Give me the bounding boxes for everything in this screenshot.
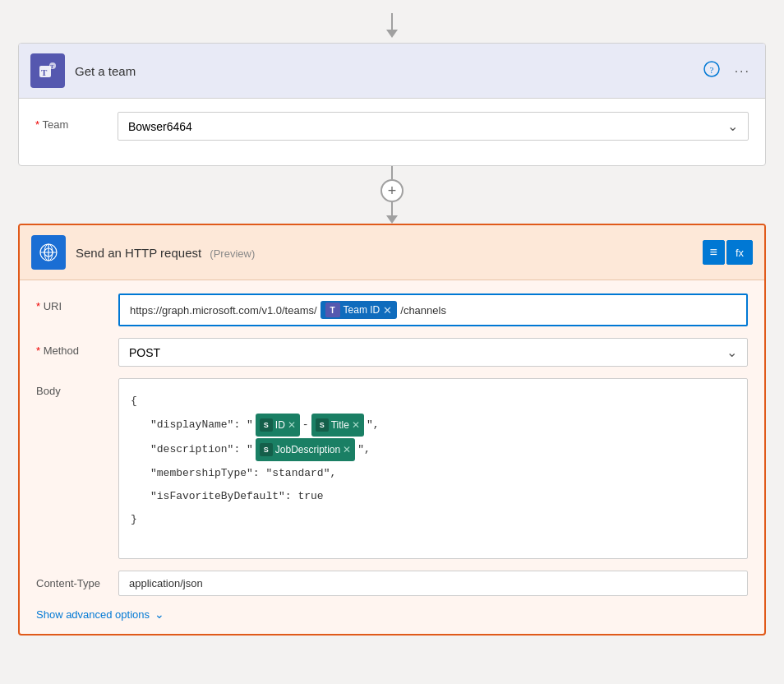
help-button[interactable]: ? — [700, 58, 723, 85]
team-value: Bowser6464 — [128, 120, 192, 133]
show-advanced-label: Show advanced options — [36, 608, 150, 621]
http-title-main: Send an HTTP request — [76, 246, 201, 260]
team-id-token-label: Team ID — [344, 304, 380, 316]
http-request-header: Send an HTTP request (Preview) ≡ fx — [20, 225, 764, 280]
open-brace: { — [131, 391, 137, 412]
job-desc-token-remove-icon[interactable]: ✕ — [343, 440, 351, 460]
uri-prefix-text: https://graph.microsoft.com/v1.0/teams/ — [130, 304, 317, 317]
http-title: Send an HTTP request (Preview) — [76, 246, 703, 260]
http-toolbar: ≡ fx — [703, 240, 753, 265]
job-desc-token[interactable]: S JobDescription ✕ — [256, 438, 355, 461]
content-type-value: application/json — [129, 577, 203, 589]
title-token-remove-icon[interactable]: ✕ — [352, 415, 360, 435]
method-dropdown[interactable]: POST ⌄ — [118, 338, 748, 367]
favorite-default-text: "isFavoriteByDefault": true — [150, 486, 324, 507]
content-type-control: application/json — [118, 571, 748, 596]
membership-type-text: "membershipType": "standard", — [150, 463, 336, 484]
show-advanced-button[interactable]: Show advanced options ⌄ — [36, 608, 748, 621]
title-token[interactable]: S Title ✕ — [311, 414, 364, 437]
content-type-field-row: Content-Type application/json — [36, 571, 748, 596]
body-sep: - — [302, 414, 309, 436]
add-step-button[interactable]: + — [380, 179, 404, 202]
method-label: Method — [36, 338, 118, 357]
teams-icon: T T — [30, 53, 65, 88]
body-field-row: Body { "displayName": " S ID ✕ — [36, 378, 748, 559]
uri-input[interactable]: https://graph.microsoft.com/v1.0/teams/ … — [118, 293, 748, 326]
body-line1-suffix: ", — [367, 414, 380, 436]
http-icon — [31, 235, 66, 270]
title-token-label: Title — [331, 415, 349, 435]
job-desc-token-label: JobDescription — [275, 440, 340, 460]
uri-field-row: URI https://graph.microsoft.com/v1.0/tea… — [36, 293, 748, 326]
team-chevron-icon: ⌄ — [727, 118, 738, 134]
method-value: POST — [129, 346, 160, 359]
team-id-token[interactable]: T Team ID ✕ — [321, 301, 398, 319]
get-team-body: Team Bowser6464 ⌄ — [19, 99, 765, 165]
uri-suffix-text: /channels — [400, 304, 446, 317]
method-chevron-icon: ⌄ — [726, 344, 737, 360]
close-brace: } — [131, 509, 137, 530]
body-label: Body — [36, 378, 118, 397]
id-token-icon: S — [260, 418, 273, 432]
uri-label: URI — [36, 293, 118, 312]
more-options-button[interactable]: ··· — [731, 59, 754, 83]
content-type-input[interactable]: application/json — [118, 571, 748, 596]
body-line2: "description": " S JobDescription ✕ ", — [150, 438, 736, 461]
team-id-remove-icon[interactable]: ✕ — [383, 304, 392, 317]
team-control: Bowser6464 ⌄ — [118, 112, 749, 141]
title-token-icon: S — [316, 418, 329, 432]
card-actions: ? ··· — [700, 58, 754, 85]
id-token[interactable]: S ID ✕ — [256, 414, 300, 437]
team-label: Team — [35, 112, 118, 131]
body-line2-suffix: ", — [357, 439, 371, 460]
list-view-button[interactable]: ≡ — [703, 240, 725, 265]
body-display-name-prefix: "displayName": " — [150, 414, 253, 436]
content-type-label: Content-Type — [36, 571, 118, 589]
team-field-row: Team Bowser6464 ⌄ — [35, 112, 749, 141]
body-line1: "displayName": " S ID ✕ - S Title ✕ — [150, 414, 736, 437]
get-team-card: T T Get a team ? ··· Team — [18, 43, 766, 166]
body-control: { "displayName": " S ID ✕ - S — [118, 378, 748, 559]
id-token-remove-icon[interactable]: ✕ — [288, 415, 296, 435]
body-line4: "isFavoriteByDefault": true — [150, 486, 736, 507]
show-advanced-chevron-icon: ⌄ — [154, 608, 164, 621]
body-description-prefix: "description": " — [150, 439, 253, 460]
svg-text:T: T — [50, 63, 54, 70]
http-title-suffix: (Preview) — [210, 247, 255, 260]
team-dropdown[interactable]: Bowser6464 ⌄ — [118, 112, 749, 141]
svg-text:?: ? — [709, 64, 713, 74]
fx-label: fx — [736, 247, 744, 259]
job-desc-token-icon: S — [260, 443, 273, 456]
body-open-brace-line: { — [131, 391, 736, 412]
method-field-row: Method POST ⌄ — [36, 338, 748, 367]
plus-connector: + — [380, 166, 404, 224]
get-team-title: Get a team — [75, 64, 700, 78]
method-control: POST ⌄ — [118, 338, 748, 367]
http-request-card: Send an HTTP request (Preview) ≡ fx URI … — [18, 224, 766, 635]
svg-text:T: T — [41, 67, 48, 77]
get-team-header: T T Get a team ? ··· — [19, 44, 765, 99]
http-card-body: URI https://graph.microsoft.com/v1.0/tea… — [20, 280, 764, 634]
token-teams-icon: T — [325, 303, 340, 317]
top-connector — [386, 13, 398, 38]
id-token-label: ID — [275, 415, 285, 435]
body-close-brace-line: } — [131, 509, 736, 530]
body-line3: "membershipType": "standard", — [150, 463, 736, 484]
fx-button[interactable]: fx — [726, 240, 753, 265]
uri-control: https://graph.microsoft.com/v1.0/teams/ … — [118, 293, 748, 326]
body-input[interactable]: { "displayName": " S ID ✕ - S — [118, 378, 748, 559]
